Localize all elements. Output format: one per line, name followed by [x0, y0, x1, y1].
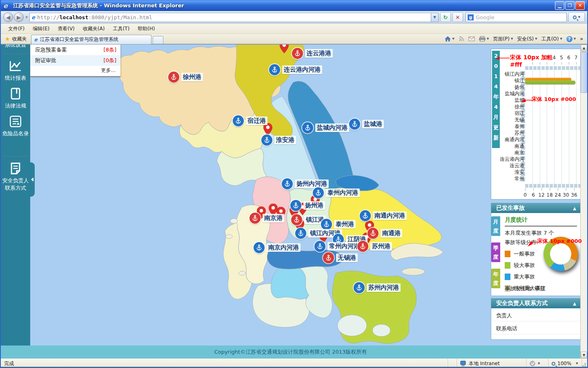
collapse-up-icon[interactable]: ▲: [573, 301, 576, 306]
tabs-bar: ★ 收藏夹 e 江苏省港口安全监管与应急管理系统 ▼ ▼ 页面(P)▼ 安全(S…: [1, 34, 587, 44]
bottom-axis-tick: [541, 188, 542, 191]
sidebar-collapse-flap[interactable]: [29, 162, 35, 197]
scroll-up-button[interactable]: ▲: [581, 45, 587, 52]
port-label: 盐城内河港: [315, 123, 349, 132]
bottom-axis-label: 12: [538, 192, 544, 198]
port-marker[interactable]: 无锡港: [323, 252, 358, 263]
port-marker[interactable]: 盐城港: [349, 119, 384, 130]
sidebar-item-label: 法律法规: [2, 102, 29, 110]
vertical-scrollbar[interactable]: ▲ ▼: [580, 45, 587, 359]
list-icon: [9, 114, 22, 128]
scroll-thumb[interactable]: [581, 52, 587, 93]
sidebar-item-2[interactable]: 统计报表: [1, 56, 30, 84]
port-label: 南京内河港: [267, 243, 301, 252]
bottom-axis-label: 36: [571, 192, 577, 198]
menu-item-4[interactable]: 工具(T): [109, 24, 134, 34]
sidebar-item-5[interactable]: 安全负责人联系方式: [1, 159, 30, 194]
forward-button[interactable]: ▶: [14, 12, 24, 22]
port-marker[interactable]: 徐州港: [168, 72, 203, 83]
monthly-stats-title: 月度统计: [505, 216, 577, 224]
home-button[interactable]: ▼: [445, 36, 454, 42]
favorites-button[interactable]: ★ 收藏夹: [1, 36, 31, 43]
help-button[interactable]: ?▼: [566, 36, 576, 42]
port-label: 连云港内河港: [282, 65, 322, 74]
accident-panel-header[interactable]: 已发生事故 ▲: [491, 203, 581, 213]
port-marker[interactable]: 南通港: [368, 228, 402, 239]
menu-item-0[interactable]: 文件(F): [4, 24, 29, 34]
rss-button[interactable]: [459, 36, 464, 42]
top-axis-tick: [561, 62, 562, 65]
mail-button[interactable]: [468, 36, 475, 41]
menu-item-3[interactable]: 收藏夹(A): [79, 24, 109, 34]
legend-label: 一般事故: [514, 250, 535, 258]
port-marker[interactable]: 常州内河港: [314, 241, 361, 252]
stop-button[interactable]: ✕: [452, 12, 463, 22]
chart-category-label: 宿迁: [496, 110, 524, 117]
period-tab-1[interactable]: 月度: [491, 216, 500, 236]
tab-active[interactable]: e 江苏省港口安全监管与应急管理系统: [31, 35, 151, 44]
accident-panel: 已发生事故 ▲ 月度季度年度 月度统计 本月度发生事故 7 个 事故等级分布: …: [491, 203, 581, 296]
back-button[interactable]: ◀: [3, 12, 13, 22]
spec-annotation-ribbon: 宋体 10px 加粗#fff: [510, 54, 552, 68]
port-marker[interactable]: 连云港港: [292, 48, 333, 59]
new-tab-button[interactable]: [153, 36, 163, 44]
map-pin-icon[interactable]: [280, 45, 289, 53]
contact-panel-header[interactable]: 安全负责人联系方式 ▲: [491, 298, 581, 308]
minimize-button[interactable]: ▁: [555, 1, 564, 10]
collapse-arrow-icon: [31, 177, 33, 182]
period-tab-3[interactable]: 年度: [491, 269, 500, 288]
more-link[interactable]: 更多...: [30, 66, 120, 76]
port-marker[interactable]: 淮安港: [261, 135, 296, 146]
port-marker[interactable]: 苏州港: [357, 241, 392, 252]
port-marker[interactable]: 盐城内河港: [302, 122, 349, 133]
quick-panel-row[interactable]: 应急预案备案[8条]: [30, 45, 120, 55]
port-marker[interactable]: 南京港: [249, 213, 284, 224]
quick-row-label: 应急预案备案: [35, 46, 67, 54]
scroll-down-button[interactable]: ▼: [581, 352, 587, 359]
bottom-axis-tick: [550, 188, 550, 191]
port-label: 泰州内河港: [326, 188, 360, 197]
computer-icon: [460, 361, 467, 366]
spec-annotation-arrow-2: [519, 98, 533, 105]
book-icon: [9, 87, 22, 101]
overflow-chevron[interactable]: »: [580, 36, 583, 42]
menu-item-5[interactable]: 帮助(H): [134, 24, 159, 34]
port-label: 盐城港: [362, 120, 384, 128]
nav-history-dropdown[interactable]: ▼: [25, 16, 28, 19]
port-marker[interactable]: 宿迁港: [233, 115, 267, 126]
axis-strip-bottom: [525, 184, 580, 188]
port-marker[interactable]: 苏州内河港: [354, 282, 401, 293]
refresh-button[interactable]: ↻: [440, 12, 451, 22]
port-marker[interactable]: 南通内河港: [360, 210, 407, 221]
tab-page-icon: e: [34, 37, 38, 43]
url-field[interactable]: e http://localhost:8080/yjpt/Main.html: [29, 13, 431, 22]
port-marker[interactable]: 南京内河港: [254, 242, 301, 253]
url-dropdown[interactable]: ▼: [431, 13, 439, 22]
sidebar-item-3[interactable]: 法律法规: [1, 84, 30, 112]
sidebar-item-4[interactable]: 危险品名录: [1, 112, 30, 140]
menu-item-1[interactable]: 编辑(E): [29, 24, 53, 34]
menu-item-2[interactable]: 查看(V): [53, 24, 79, 34]
favorites-label: 收藏夹: [12, 36, 27, 43]
quick-panel-row[interactable]: 附证审批[0条]: [30, 55, 120, 66]
contact-panel: 安全负责人联系方式 ▲ 负责人联系电话: [491, 298, 581, 340]
port-marker[interactable]: 连云港内河港: [269, 64, 322, 75]
print-button[interactable]: ▼: [479, 36, 489, 42]
chart-category-label: 连云港: [496, 162, 524, 169]
anchor-icon: [269, 64, 280, 75]
sidebar-item-1[interactable]: 系统设置: [1, 45, 30, 51]
search-input[interactable]: g Google: [466, 13, 567, 22]
collapse-up-icon[interactable]: ▲: [573, 206, 576, 211]
restore-button[interactable]: ❐: [565, 1, 575, 10]
port-marker[interactable]: 扬州港: [290, 200, 325, 211]
page-menu-button[interactable]: 页面(P)▼: [493, 36, 513, 43]
port-marker[interactable]: 泰州内河港: [313, 187, 360, 198]
period-tab-2[interactable]: 季度: [491, 242, 500, 262]
close-button[interactable]: ✕: [575, 1, 585, 10]
safety-menu-button[interactable]: 安全(S)▼: [517, 36, 537, 43]
tools-menu-button[interactable]: 工具(O)▼: [541, 36, 562, 43]
anchor-icon: [360, 210, 371, 221]
search-button[interactable]: ▼: [568, 12, 585, 22]
chart-category-label: 无锡: [496, 117, 524, 123]
legend-label: 重大事故: [514, 273, 535, 280]
